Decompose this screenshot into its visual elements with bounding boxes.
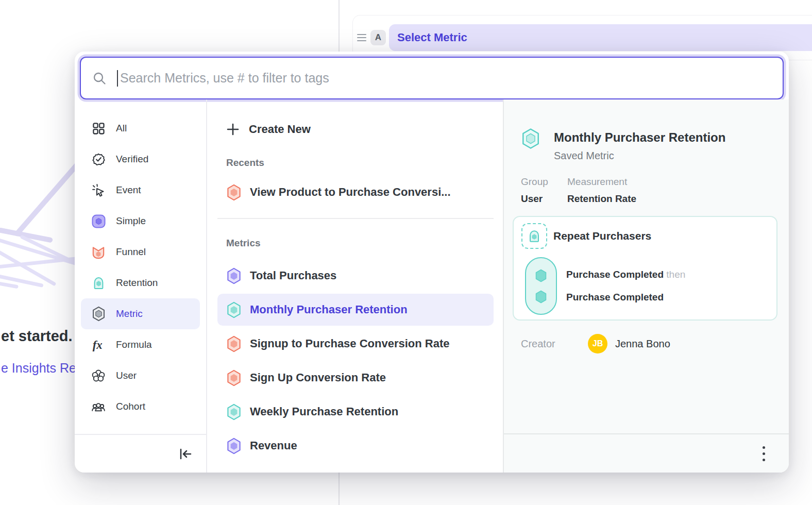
metric-detail-panel: Monthly Purchaser Retention Saved Metric… [504,99,789,473]
measurement-label: Measurement [567,176,636,188]
insights-report-link[interactable]: e Insights Re [1,361,76,376]
metric-row-total-purchases[interactable]: Total Purchases [217,260,494,292]
event-hexagon-icon [535,290,547,304]
funnel-icon [91,245,106,259]
metric-hexagon-icon-salmon [226,184,242,201]
creator-row: Creator JB Jenna Bono [513,334,777,354]
sidebar-item-event[interactable]: Event [81,175,200,206]
metric-list-column: Create New Recents View Product to Purch… [207,99,504,473]
behavior-icon [521,223,547,249]
metric-hexagon-icon-purple [226,267,242,284]
metric-hexagon-icon [91,307,106,321]
metric-picker-modal: All Verified [75,52,789,473]
formula-fx-icon: fx [91,338,106,352]
sidebar-item-metric[interactable]: Metric [81,298,200,329]
sidebar-footer [75,434,206,473]
metric-row-signup-to-purchase[interactable]: Signup to Purchase Conversion Rate [217,328,494,360]
svg-text:fx: fx [93,339,103,351]
grid-icon [91,121,106,136]
create-new-label: Create New [249,123,311,136]
sidebar-item-label: All [116,123,127,134]
select-metric-label: Select Metric [397,31,467,44]
filter-sidebar: All Verified [75,99,207,473]
step1-event: Purchase Completed [566,269,664,280]
sidebar-item-label: Metric [116,308,143,319]
metric-row-revenue[interactable]: Revenue [217,430,494,462]
sidebar-item-label: User [116,370,137,381]
detail-title: Monthly Purchaser Retention [554,128,725,145]
metric-row-label: Total Purchases [250,269,336,282]
verified-badge-icon [91,152,106,166]
plus-icon [226,123,240,136]
metrics-header: Metrics [217,238,494,249]
behavior-definition-card: Repeat Purchasers Purchase Completed [513,216,777,321]
search-input[interactable] [120,71,771,86]
metric-row-monthly-purchaser-retention[interactable]: Monthly Purchaser Retention [217,294,494,326]
select-metric-button[interactable]: Select Metric [389,24,812,51]
sidebar-item-formula[interactable]: fx Formula [81,329,200,360]
drag-handle-icon[interactable] [357,34,366,41]
sidebar-item-user[interactable]: User [81,360,200,391]
recents-header: Recents [217,157,494,169]
detail-subtitle: Saved Metric [554,150,725,162]
event-hexagon-icon [535,269,547,282]
sidebar-item-label: Cohort [116,401,145,412]
retention-icon [91,276,106,290]
metric-hexagon-icon-purple [226,437,242,454]
sidebar-item-label: Retention [116,277,158,289]
cursor-click-icon [91,183,106,197]
step2-event: Purchase Completed [566,292,664,302]
sidebar-item-cohort[interactable]: Cohort [81,391,200,422]
step1-then: then [666,269,685,280]
event-sequence-capsule [525,257,557,315]
recent-metric-row[interactable]: View Product to Purchase Conversi... [217,178,494,207]
collapse-sidebar-button[interactable] [177,447,193,461]
user-cluster-icon [91,368,106,383]
metric-row-sign-up-conversion[interactable]: Sign Up Conversion Rate [217,362,494,394]
metric-row-label: Weekly Purchase Retention [250,405,398,418]
metric-hexagon-icon-salmon [226,369,242,386]
sidebar-item-label: Simple [116,215,146,227]
search-icon [92,71,107,86]
search-box[interactable] [80,57,784,99]
metric-row-label: Signup to Purchase Conversion Rate [250,337,450,350]
sidebar-item-retention[interactable]: Retention [81,267,200,298]
metric-row-label: Sign Up Conversion Rate [250,371,386,384]
sidebar-item-all[interactable]: All [81,113,200,144]
metric-row-weekly-purchase-retention[interactable]: Weekly Purchase Retention [217,396,494,428]
search-bar-wrap [75,52,789,99]
text-caret [117,70,118,87]
group-label: Group [521,176,567,188]
saved-metric-hexagon-icon [521,128,540,162]
measurement-value: Retention Rate [567,193,636,205]
kebab-menu-icon[interactable] [759,443,768,464]
list-divider [217,218,494,219]
metric-row-label: Revenue [250,439,297,452]
series-letter-badge: A [370,30,386,45]
creator-name: Jenna Bono [615,338,670,350]
create-new-button[interactable]: Create New [217,120,494,139]
recent-metric-label: View Product to Purchase Conversi... [250,186,451,199]
cohort-people-icon [91,399,106,414]
sidebar-item-verified[interactable]: Verified [81,144,200,175]
creator-label: Creator [521,338,588,350]
sidebar-item-funnel[interactable]: Funnel [81,237,200,267]
sidebar-item-simple[interactable]: Simple [81,206,200,237]
metric-hexagon-icon-salmon [226,335,242,352]
metric-hexagon-icon-teal [226,301,242,318]
metric-hexagon-icon-teal [226,403,242,420]
sidebar-item-label: Funnel [116,246,146,258]
sidebar-item-label: Formula [116,339,152,350]
detail-footer [504,433,789,473]
get-started-text: et started. [1,328,73,345]
metric-row-label: Monthly Purchaser Retention [250,303,408,316]
behavior-title: Repeat Purchasers [553,230,651,242]
sidebar-item-label: Verified [116,154,148,165]
sidebar-item-label: Event [116,184,141,196]
group-value: User [521,193,567,205]
simple-metric-icon [91,214,106,228]
avatar: JB [588,334,607,354]
